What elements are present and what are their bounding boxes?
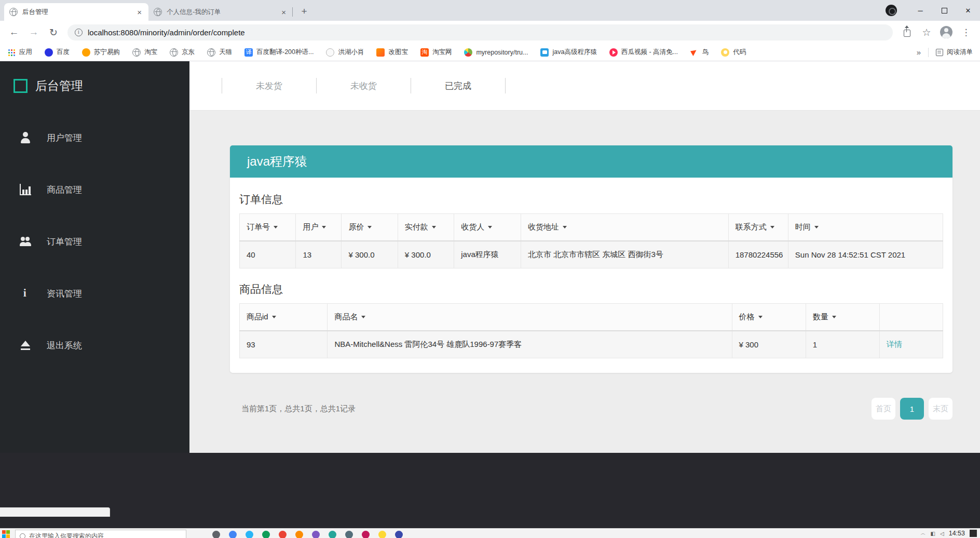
status-tab[interactable]: 未收货 xyxy=(317,80,411,92)
sidebar-item-label: 退出系统 xyxy=(47,340,82,352)
browser-menu-button[interactable]: ⋮ xyxy=(956,22,976,42)
column-header[interactable]: 用户 xyxy=(296,214,342,241)
bookmark-label: java高级程序猿 xyxy=(552,48,596,57)
taskbar-app-icon[interactable] xyxy=(329,531,336,538)
bookmark-item[interactable]: myrepository/tru... xyxy=(464,48,528,57)
sidebar-item-eject[interactable]: 退出系统 xyxy=(0,319,189,371)
column-header[interactable]: 数量 xyxy=(806,304,879,331)
user-icon xyxy=(20,132,31,143)
taskbar-app-icon[interactable] xyxy=(345,531,353,538)
tab-close-icon[interactable]: × xyxy=(280,8,288,17)
column-header[interactable]: 收货地址 xyxy=(521,214,728,241)
bookmark-label: 百度 xyxy=(57,48,70,57)
pagination-first-button[interactable]: 首页 xyxy=(872,398,895,420)
column-header[interactable]: 价格 xyxy=(732,304,806,331)
bookmark-item[interactable]: 改图宝 xyxy=(376,48,408,57)
bookmark-item[interactable]: 洪湖小肖 xyxy=(326,48,364,57)
windows-start-icon[interactable] xyxy=(2,530,10,538)
bookmark-label: 京东 xyxy=(182,48,195,57)
column-header[interactable]: 实付款 xyxy=(398,214,454,241)
sidebar-item-users[interactable]: 订单管理 xyxy=(0,216,189,267)
detail-link[interactable]: 详情 xyxy=(880,331,943,358)
back-button[interactable]: ← xyxy=(4,22,24,42)
taskbar-search-placeholder: 在这里输入你要搜索的内容 xyxy=(29,532,104,538)
column-header-label: 价格 xyxy=(739,312,755,321)
sidebar-menu: 用户管理商品管理订单管理资讯管理退出系统 xyxy=(0,111,189,371)
profile-button[interactable] xyxy=(936,22,956,42)
taskbar-app-icon[interactable] xyxy=(229,531,237,538)
taskbar-app-icon[interactable] xyxy=(312,531,320,538)
bookmark-item[interactable]: 西瓜视频 - 高清免... xyxy=(609,48,678,57)
status-tab[interactable]: 已完成 xyxy=(411,80,505,92)
bookmark-item[interactable]: 天猫 xyxy=(207,48,232,57)
bookmark-favicon-sketch-icon xyxy=(326,48,334,57)
browser-toolbar: ← → ↻ i localhost:8080/minority/admin/or… xyxy=(0,21,980,44)
taskbar-app-icon[interactable] xyxy=(362,531,370,538)
forward-button[interactable]: → xyxy=(24,22,44,42)
taskbar-app-icon[interactable] xyxy=(246,531,253,538)
bookmark-favicon-bird-icon xyxy=(690,48,699,57)
column-header[interactable]: 订单号 xyxy=(240,214,296,241)
taskbar-app-icon[interactable] xyxy=(378,531,386,538)
taskbar-clock[interactable]: 14:53 xyxy=(949,530,965,537)
column-header[interactable]: 商品名 xyxy=(328,304,732,331)
column-header[interactable]: 商品id xyxy=(240,304,328,331)
brand-logo-icon xyxy=(13,79,28,93)
column-header[interactable]: 原价 xyxy=(342,214,398,241)
bookmarks-items: 应用百度苏宁易购淘宝京东天猫译百度翻译-200种语...洪湖小肖改图宝淘淘宝网m… xyxy=(7,48,746,57)
address-bar[interactable]: i localhost:8080/minority/admin/order/co… xyxy=(67,24,893,41)
page-info-icon[interactable]: i xyxy=(75,29,83,36)
bookmark-item[interactable]: 译百度翻译-200种语... xyxy=(244,48,314,57)
bookmark-item[interactable]: 淘宝 xyxy=(132,48,157,57)
status-tab[interactable]: 未发货 xyxy=(222,80,316,92)
bookmark-item[interactable]: 京东 xyxy=(170,48,195,57)
bookmark-item[interactable]: 淘淘宝网 xyxy=(420,48,452,57)
bookmark-item[interactable]: 代码 xyxy=(721,48,746,57)
share-button[interactable] xyxy=(897,22,917,42)
column-header[interactable]: 联系方式 xyxy=(728,214,788,241)
bookmark-star-button[interactable]: ☆ xyxy=(917,22,936,42)
tab-favicon-globe-icon xyxy=(9,8,18,16)
bookmark-item[interactable]: 苏宁易购 xyxy=(82,48,120,57)
show-desktop-button[interactable] xyxy=(970,530,977,537)
column-header[interactable]: 时间 xyxy=(788,214,943,241)
bookmarks-overflow-button[interactable]: » xyxy=(917,48,921,57)
taskbar-app-icon[interactable] xyxy=(295,531,303,538)
pagination-summary: 当前第1页，总共1页，总共1记录 xyxy=(230,404,356,414)
bookmark-item[interactable]: 鸟 xyxy=(690,48,709,57)
pagination-last-button[interactable]: 末页 xyxy=(929,398,952,420)
pagination-page-1-button[interactable]: 1 xyxy=(900,398,924,420)
new-tab-button[interactable]: + xyxy=(297,4,311,19)
sidebar-item-info[interactable]: 资讯管理 xyxy=(0,267,189,319)
minimize-button[interactable]: ─ xyxy=(908,0,932,21)
tray-network-icon[interactable]: ◧ xyxy=(931,531,935,536)
browser-tab[interactable]: 后台管理× xyxy=(4,3,148,21)
tab-close-icon[interactable]: × xyxy=(135,8,143,17)
reload-button[interactable]: ↻ xyxy=(44,22,63,42)
extension-icon[interactable] xyxy=(886,5,897,16)
close-button[interactable]: ✕ xyxy=(956,0,980,21)
browser-tab[interactable]: 个人信息-我的订单× xyxy=(148,3,293,21)
tray-chevron-icon[interactable]: ︿ xyxy=(921,530,926,537)
taskbar-search-input[interactable]: 在这里输入你要搜索的内容 xyxy=(15,530,186,538)
card-body: 订单信息 订单号用户原价实付款收货人收货地址联系方式时间4013¥ 300.0¥… xyxy=(230,178,952,373)
sidebar-item-user[interactable]: 用户管理 xyxy=(0,112,189,164)
taskbar-app-icon[interactable] xyxy=(262,531,270,538)
main-area: java程序猿 订单信息 订单号用户原价实付款收货人收货地址联系方式时间4013… xyxy=(189,111,980,453)
bookmark-item[interactable]: 百度 xyxy=(45,48,70,57)
maximize-button[interactable] xyxy=(932,0,956,21)
bookmark-item[interactable]: 应用 xyxy=(7,48,32,57)
column-header[interactable]: 收货人 xyxy=(454,214,521,241)
sidebar-item-chart[interactable]: 商品管理 xyxy=(0,164,189,216)
bookmark-label: 西瓜视频 - 高清免... xyxy=(621,48,678,57)
tabs-container: 后台管理×个人信息-我的订单× xyxy=(4,3,293,21)
taskbar-app-icon[interactable] xyxy=(395,531,403,538)
taskbar-app-icon[interactable] xyxy=(212,531,220,538)
bookmark-item[interactable]: java高级程序猿 xyxy=(540,48,596,57)
tab-separator xyxy=(505,78,506,93)
brand[interactable]: 后台管理 xyxy=(0,61,189,111)
reading-list-button[interactable]: 阅读清单 xyxy=(936,48,973,57)
tray-volume-icon[interactable]: ◁ xyxy=(940,531,944,536)
sort-caret-icon xyxy=(361,316,365,318)
taskbar-app-icon[interactable] xyxy=(279,531,287,538)
